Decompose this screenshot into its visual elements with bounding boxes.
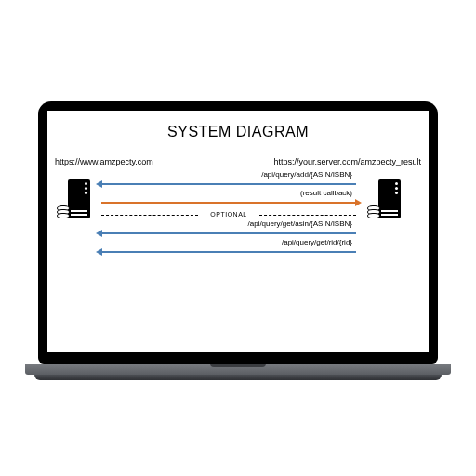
arrow-callback-label: (result callback) [101,189,356,198]
laptop-base [25,364,451,375]
arrow-stack: /api/query/add/{ASIN/ISBN} (result callb… [101,170,356,257]
optional-divider: OPTIONAL [101,211,356,218]
arrow-line [101,202,356,204]
arrow-get-asin: /api/query/get/asin/{ASIN/ISBN} [101,219,356,236]
arrow-head-right-icon [355,199,362,206]
trackpad-notch [210,364,266,367]
diagram-title: SYSTEM DIAGRAM [47,111,429,140]
server-icon [378,179,401,218]
arrow-line [101,232,356,234]
arrow-get-asin-label: /api/query/get/asin/{ASIN/ISBN} [101,219,356,229]
arrow-line [101,251,356,253]
arrow-line [101,183,356,185]
arrow-get-rid-label: /api/query/get/rid/{rid} [101,238,356,247]
disk-stack-icon [367,205,380,218]
server-right [367,179,401,218]
optional-label: OPTIONAL [210,211,246,218]
laptop-frame: SYSTEM DIAGRAM https://www.amzpecty.com … [38,101,438,375]
endpoint-right-url: https://your.server.com/amzpecty_result [273,157,421,166]
arrow-callback: (result callback) [101,189,356,205]
arrow-head-left-icon [96,180,102,188]
endpoint-left-url: https://www.amzpecty.com [55,157,153,166]
diagram-canvas: SYSTEM DIAGRAM https://www.amzpecty.com … [47,111,429,352]
diagram-content: https://www.amzpecty.com https://your.se… [47,157,429,300]
laptop-notch [205,101,271,111]
arrow-head-left-icon [96,230,102,237]
endpoint-labels: https://www.amzpecty.com https://your.se… [55,157,421,166]
laptop-screen-bezel: SYSTEM DIAGRAM https://www.amzpecty.com … [38,101,438,364]
server-left [57,179,90,218]
arrow-head-left-icon [96,248,102,256]
arrow-get-rid: /api/query/get/rid/{rid} [101,238,356,255]
arrow-add: /api/query/add/{ASIN/ISBN} [101,170,356,187]
arrow-add-label: /api/query/add/{ASIN/ISBN} [101,170,356,179]
server-row: /api/query/add/{ASIN/ISBN} (result callb… [55,170,421,300]
server-icon [68,179,90,218]
disk-stack-icon [57,205,70,218]
